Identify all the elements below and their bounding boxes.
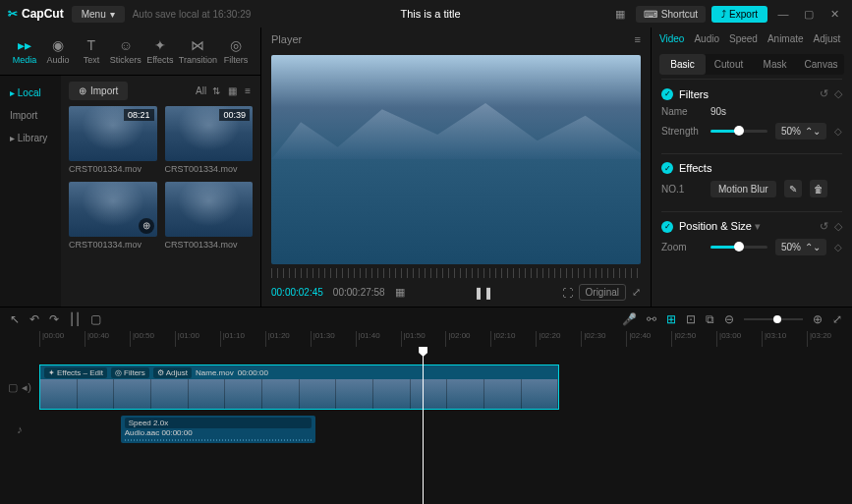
media-sidebar: ▸ Local Import ▸ Library — [0, 76, 61, 307]
transition-icon: ⋈ — [191, 37, 204, 53]
shortcut-button[interactable]: ⌨ Shortcut — [636, 6, 706, 23]
tab-adjust[interactable]: Adjust — [814, 33, 841, 44]
clip-thumbnail: 08:21 — [69, 106, 157, 161]
reset-icon[interactable]: ↺ — [820, 220, 828, 233]
chevron-down-icon[interactable]: ▾ — [755, 220, 761, 232]
check-icon[interactable]: ✓ — [661, 162, 673, 174]
delete-icon[interactable]: 🗑 — [810, 180, 827, 197]
check-icon[interactable]: ✓ — [661, 88, 673, 100]
export-button[interactable]: ⤴ Export — [711, 6, 767, 23]
properties-panel: Video Audio Speed Animate Adjust Basic C… — [652, 28, 852, 307]
ruler-tick: |02:20 — [536, 331, 581, 347]
undo-icon[interactable]: ↶ — [29, 312, 39, 326]
clip-card[interactable]: 00:39CRST001334.mov — [165, 106, 254, 174]
fullscreen-icon[interactable]: ⤢ — [632, 286, 641, 299]
keyframe-icon[interactable]: ◇ — [834, 126, 842, 137]
pause-button[interactable]: ❚❚ — [474, 286, 493, 300]
zoom-in-icon[interactable]: ⊕ — [813, 312, 823, 326]
tab-stickers[interactable]: ☺Stickers — [108, 33, 143, 69]
playhead[interactable] — [423, 347, 424, 504]
original-button[interactable]: Original — [579, 284, 626, 301]
player-menu-icon[interactable]: ≡ — [635, 33, 641, 45]
zoom-slider-track[interactable] — [744, 318, 803, 320]
lock-icon[interactable]: ▢ — [8, 381, 18, 394]
video-clip[interactable]: ✦ Effects – Edit ◎ Filters ⚙ Adjust Name… — [39, 364, 559, 410]
player-preview[interactable] — [271, 55, 641, 264]
zoom-value[interactable]: 50%⌃⌄ — [775, 239, 826, 255]
keyframe-icon[interactable]: ◇ — [834, 220, 842, 233]
tab-text[interactable]: TText — [75, 33, 108, 69]
strength-value[interactable]: 50%⌃⌄ — [775, 123, 826, 140]
keyframe-icon[interactable]: ◇ — [834, 242, 842, 252]
maximize-button[interactable]: ▢ — [799, 4, 819, 24]
speed-badge: Speed 2.0x — [125, 418, 312, 428]
delete-tool-icon[interactable]: ▢ — [90, 312, 101, 326]
import-button[interactable]: ⊕Import — [69, 82, 128, 100]
clip-card[interactable]: CRST001334.mov — [165, 182, 254, 250]
minimize-button[interactable]: — — [773, 4, 793, 24]
grid-icon[interactable]: ▦ — [395, 286, 405, 299]
player-ruler[interactable] — [271, 268, 641, 278]
keyframe-icon[interactable]: ◇ — [834, 87, 842, 100]
fit-icon[interactable]: ⤢ — [832, 312, 842, 326]
tab-speed[interactable]: Speed — [729, 33, 758, 44]
tab-effects[interactable]: ✦Effects — [143, 33, 177, 69]
tool-icon[interactable]: ⊡ — [686, 312, 696, 326]
stepper-icon[interactable]: ⌃⌄ — [805, 242, 821, 252]
strength-slider[interactable] — [710, 130, 767, 133]
sidebar-item-library[interactable]: ▸ Library — [0, 127, 61, 149]
crop-icon[interactable]: ⧉ — [706, 312, 714, 326]
stepper-icon[interactable]: ⌃⌄ — [805, 126, 821, 137]
speed-label: Speed 2.0x — [129, 419, 168, 427]
adjust-badge[interactable]: ⚙ Adjust — [153, 367, 192, 378]
reset-icon[interactable]: ↺ — [820, 87, 828, 100]
timeline-tracks[interactable]: ▢◂) ✦ Effects – Edit ◎ Filters ⚙ Adjust … — [0, 347, 852, 504]
subtab-cutout[interactable]: Cutout — [706, 54, 752, 75]
redo-icon[interactable]: ↷ — [49, 312, 59, 326]
filter-all[interactable]: All — [196, 85, 206, 96]
audio-clip[interactable]: Speed 2.0x Audio.aac 00:00:00 — [121, 416, 315, 443]
close-button[interactable]: ✕ — [824, 4, 844, 24]
import-label: Import — [90, 85, 118, 96]
sort-icon[interactable]: ⇅ — [210, 84, 222, 98]
tab-label: Transition — [179, 55, 217, 65]
grid-view-icon[interactable]: ▦ — [226, 84, 239, 98]
subtab-mask[interactable]: Mask — [752, 54, 798, 75]
mute-icon[interactable]: ◂) — [22, 381, 31, 394]
sidebar-item-local[interactable]: ▸ Local — [0, 82, 61, 104]
tab-audio-props[interactable]: Audio — [694, 33, 719, 44]
layout-icon[interactable]: ▦ — [610, 4, 630, 24]
clip-card[interactable]: ⊕CRST001334.mov — [69, 182, 157, 250]
list-view-icon[interactable]: ≡ — [243, 84, 253, 98]
snap-icon[interactable]: ⊞ — [666, 312, 676, 326]
filters-badge[interactable]: ◎ Filters — [111, 367, 149, 378]
ratio-icon[interactable]: ⛶ — [562, 287, 573, 299]
effects-badge[interactable]: ✦ Effects – Edit — [44, 367, 107, 378]
check-icon[interactable]: ✓ — [661, 221, 673, 233]
subtab-canvas[interactable]: Canvas — [798, 54, 844, 75]
tab-transition[interactable]: ⋈Transition — [177, 33, 219, 69]
tab-filters[interactable]: ◎Filters — [219, 33, 253, 69]
zoom-out-icon[interactable]: ⊖ — [724, 312, 734, 326]
add-clip-icon[interactable]: ⊕ — [139, 218, 154, 234]
clip-name: CRST001334.mov — [69, 164, 157, 174]
split-icon[interactable]: ⎮⎮ — [69, 312, 81, 326]
link-icon[interactable]: ⚯ — [647, 312, 656, 326]
subtab-basic[interactable]: Basic — [659, 54, 706, 75]
tab-audio[interactable]: ◉Audio — [41, 33, 75, 69]
menu-button[interactable]: Menu ▾ — [72, 6, 125, 23]
zoom-thumb[interactable] — [773, 315, 781, 323]
sidebar-item-import[interactable]: Import — [0, 104, 61, 127]
clip-card[interactable]: 08:21CRST001334.mov — [69, 106, 157, 174]
zoom-slider[interactable] — [710, 246, 767, 249]
audio-track-icon[interactable]: ♪ — [17, 423, 23, 435]
pointer-tool-icon[interactable]: ↖ — [10, 312, 20, 326]
tab-media[interactable]: ▸▸Media — [8, 33, 41, 69]
tab-animate[interactable]: Animate — [767, 33, 804, 44]
tab-video[interactable]: Video — [659, 33, 684, 44]
project-title[interactable]: This is a title — [258, 8, 602, 20]
edit-icon[interactable]: ✎ — [784, 180, 802, 197]
mic-icon[interactable]: 🎤 — [622, 312, 637, 326]
timeline-ruler[interactable]: |00:00 |00:40 |00:50 |01:00 |01:10 |01:2… — [0, 331, 852, 347]
media-icon: ▸▸ — [18, 37, 31, 53]
